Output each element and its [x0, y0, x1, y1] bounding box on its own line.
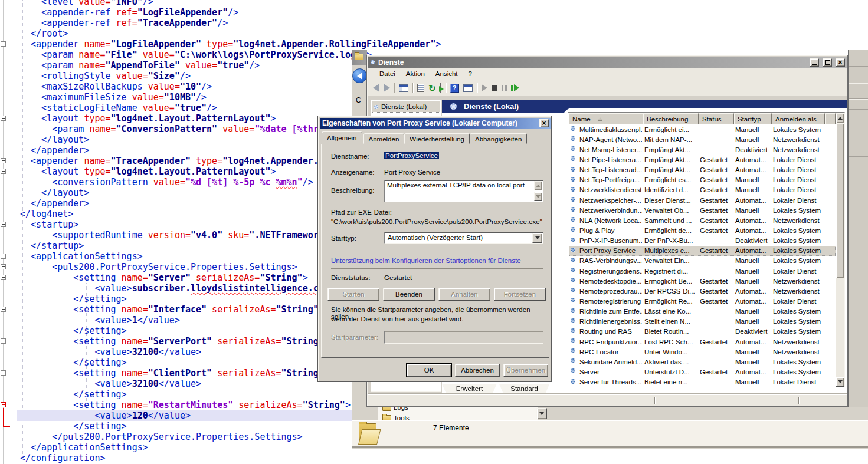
service-row[interactable]: Net.Pipe-Listenera...Empfängt Akt...Gest… — [569, 154, 836, 164]
export-list-icon[interactable] — [440, 84, 441, 92]
scroll-thumb[interactable] — [836, 123, 844, 278]
code-line[interactable]: <level value="INFO"/> — [20, 0, 153, 7]
code-line[interactable]: <rollingStyle value="Size"/> — [20, 71, 191, 81]
code-line[interactable]: <maxSizeRollBackups value="10"/> — [20, 81, 212, 92]
service-row[interactable]: NLA (Network Loca...Sammelt und ...Gesta… — [569, 215, 836, 225]
code-line[interactable]: </configuration> — [20, 453, 106, 463]
service-row[interactable]: Remoteprozedurau...Der RPCSS-Di...Gestar… — [569, 286, 836, 296]
combobox-dropdown-button[interactable] — [532, 233, 542, 243]
service-row[interactable]: Net.Tcp-Portfreiga...Ermöglicht es...Ges… — [569, 175, 836, 185]
service-row[interactable]: PnP-X-IP-Busenum...Der PnP-X-Bu...Deakti… — [569, 236, 836, 246]
dropdown-button[interactable] — [536, 408, 547, 419]
fold-marker[interactable] — [1, 222, 6, 227]
abbrechen-button[interactable]: Abbrechen — [455, 364, 500, 377]
service-row[interactable]: Richtlinienergebniss...Stellt einen N...… — [569, 317, 836, 327]
fold-marker[interactable] — [1, 158, 6, 163]
service-row[interactable]: Netzwerkverbindun...Verwaltet Ob...Gesta… — [569, 205, 836, 215]
dialog-tab-wiederherstellung[interactable]: Wiederherstellung — [404, 133, 470, 144]
menu-item-ansicht[interactable]: Ansicht — [430, 69, 463, 78]
code-line[interactable]: <appender name="LogFileAppender" type="l… — [20, 39, 441, 50]
restart-service-icon[interactable] — [511, 84, 519, 91]
service-row[interactable]: RPC-LocatorUnter Windo...ManuellNetzwerk… — [569, 347, 836, 357]
beschreibung-textbox[interactable]: Multiplexes external TCP/IP data on loca… — [384, 180, 543, 202]
properties-icon[interactable] — [417, 84, 424, 92]
code-line[interactable]: </appender> — [20, 145, 89, 156]
code-line[interactable]: <value>32100</value> — [20, 379, 201, 389]
code-line[interactable]: <param name="AppendToFile" value="true"/… — [20, 60, 260, 71]
code-line[interactable]: </startup> — [20, 241, 84, 251]
code-line[interactable]: <supportedRuntime version="v4.0" sku=".N… — [20, 230, 361, 241]
minimize-button[interactable] — [810, 58, 819, 67]
code-line[interactable]: <param name="File" value="C:\work\logs\P… — [20, 50, 372, 60]
service-row[interactable]: Plug & PlayErmöglicht de...GestartetAuto… — [569, 225, 836, 235]
code-line[interactable]: </setting> — [20, 294, 127, 304]
code-line[interactable]: <setting name="ClientPort" serializeAs="… — [20, 368, 329, 379]
dialog-tab-anmelden[interactable]: Anmelden — [363, 133, 405, 144]
back-icon[interactable] — [373, 84, 379, 92]
view-tab-standard[interactable]: Standard — [499, 384, 550, 393]
view-tab-erweitert[interactable]: Erweitert — [442, 384, 497, 393]
service-row[interactable]: NetzwerklistendienstIdentifiziert d...Ge… — [569, 185, 836, 195]
code-line[interactable]: <maximumFileSize value="10MB"/> — [20, 92, 207, 103]
code-line[interactable]: <layout type="log4net.Layout.PatternLayo… — [20, 166, 276, 177]
tree-item-dienste-lokal[interactable]: Dienste (Lokal) — [372, 101, 440, 112]
help-icon[interactable]: ? — [450, 84, 459, 93]
column-header-name[interactable]: Name — [569, 113, 643, 124]
code-line[interactable]: </setting> — [20, 325, 127, 336]
code-line[interactable]: <setting name="ServerPort" serializeAs="… — [20, 336, 329, 347]
service-row[interactable]: Multimediaklassenpl...Ermöglicht ei...Ma… — [569, 124, 836, 134]
beenden-button[interactable]: Beenden — [383, 288, 435, 301]
refresh-icon[interactable]: ↻ — [428, 84, 436, 93]
column-header-beschreibung[interactable]: Beschreibung — [643, 113, 699, 124]
service-row[interactable]: RAS-Verbindungsv...Verwaltet Ein...Manue… — [569, 256, 836, 266]
service-row[interactable]: Sekundäre Anmeld...Aktiviert das ...Manu… — [569, 357, 836, 367]
code-line[interactable]: <param name="ConversionPattern" value="%… — [20, 124, 361, 134]
code-line[interactable]: <staticLogFileName value="true"/> — [20, 103, 217, 113]
service-row[interactable]: Routing und RASBietet Routin...Deaktivie… — [569, 327, 836, 337]
menu-item-aktion[interactable]: Aktion — [401, 69, 430, 78]
pause-service-icon[interactable] — [502, 85, 507, 91]
service-row[interactable]: Remotedesktopdie...Ermöglicht Be...Gesta… — [569, 276, 836, 286]
maximize-button[interactable] — [823, 58, 832, 67]
starttyp-combobox[interactable]: Automatisch (Verzögerter Start) — [384, 232, 543, 244]
code-line[interactable]: </log4net> — [20, 209, 73, 219]
code-line[interactable]: <value>32100</value> — [20, 347, 201, 357]
code-line[interactable]: </layout> — [20, 187, 89, 198]
service-row[interactable]: Richtlinie zum Entfe...Lässt eine Ko...M… — [569, 307, 836, 317]
fold-marker[interactable] — [1, 116, 6, 121]
fold-marker[interactable] — [1, 254, 6, 259]
code-line[interactable]: </setting> — [20, 357, 127, 368]
vertical-scrollbar[interactable] — [836, 113, 844, 387]
titlebar[interactable]: Dienste × — [368, 57, 847, 68]
fold-marker[interactable] — [1, 41, 6, 47]
code-line[interactable]: </setting> — [20, 421, 127, 432]
ok-button[interactable]: OK — [407, 364, 451, 377]
fold-marker[interactable] — [1, 338, 6, 344]
code-line[interactable]: </appender> — [20, 198, 89, 209]
code-line[interactable]: <value>120</value> — [20, 410, 191, 421]
service-row[interactable]: Net.Tcp-Listenerad...Empfängt Akt...Gest… — [569, 165, 836, 175]
fold-marker[interactable] — [1, 275, 6, 280]
extended-view-icon[interactable] — [463, 84, 473, 92]
menu-item-?[interactable]: ? — [463, 69, 477, 78]
start-service-icon[interactable] — [482, 84, 487, 91]
service-row[interactable]: NAP-Agent (Netwo...Mit dem NAP-...Manuel… — [569, 134, 836, 144]
dienstname-value[interactable]: PortProxyService — [384, 152, 439, 159]
back-button[interactable] — [352, 68, 367, 83]
fold-marker[interactable] — [1, 169, 6, 174]
code-line[interactable]: </root> — [20, 28, 68, 39]
tree-item[interactable]: Logs — [382, 407, 408, 411]
code-line[interactable]: </layout> — [20, 134, 89, 145]
code-line[interactable]: <conversionPattern value="%d [%t] %-5p %… — [20, 177, 313, 187]
code-line[interactable]: <value>subscriber.lloydslistintelligence… — [20, 283, 361, 294]
scroll-down-button[interactable] — [836, 377, 844, 387]
service-row[interactable]: RPC-Endpunktzuor...Löst RPC-Sch...Gestar… — [569, 337, 836, 347]
code-line[interactable]: <value>1</value> — [20, 315, 180, 325]
show-console-tree-icon[interactable] — [399, 84, 408, 92]
code-line[interactable]: <appender-ref ref="LogFileAppender"/> — [20, 7, 238, 18]
dialog-tab-abhängigkeiten[interactable]: Abhängigkeiten — [470, 133, 527, 144]
code-line[interactable]: <setting name="RestartMinutes" serialize… — [20, 400, 351, 410]
service-row[interactable]: RemoteregistrierungErmöglicht Re...Gesta… — [569, 296, 836, 306]
textbox-scroll-down[interactable] — [534, 192, 542, 201]
tree-item[interactable]: Tools — [382, 414, 410, 420]
